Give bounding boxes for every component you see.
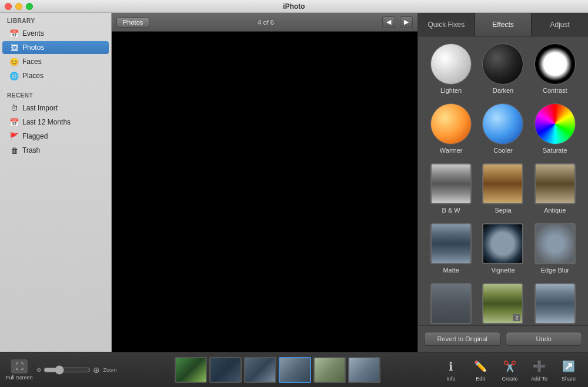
filmstrip-thumb-5-inner <box>315 358 345 382</box>
effect-antique[interactable]: Antique <box>534 163 576 214</box>
effect-boost[interactable]: 2 Boost <box>482 283 523 325</box>
edit-action[interactable]: ✏️ Edit <box>467 358 494 382</box>
effects-row-1: Lighten Darken Contrast <box>425 43 581 94</box>
filmstrip-thumb-4[interactable] <box>279 357 311 383</box>
info-action[interactable]: ℹ Info <box>437 358 465 382</box>
tab-adjust[interactable]: Adjust <box>532 13 588 36</box>
effects-row-5: Fade 2 Boost None <box>425 283 581 325</box>
flagged-icon: 🚩 <box>9 132 19 141</box>
sidebar-item-trash[interactable]: 🗑 Trash <box>2 144 109 157</box>
bottom-bar: ⛶ Full Screen ⊖ ⊕ Zoom <box>0 352 588 387</box>
filmstrip-thumb-1[interactable] <box>175 357 207 383</box>
faces-icon: 😊 <box>9 57 19 66</box>
sidebar-item-faces[interactable]: 😊 Faces <box>2 55 109 68</box>
sidebar-item-places[interactable]: 🌐 Places <box>2 69 109 82</box>
full-screen-button[interactable]: ⛶ Full Screen <box>6 359 33 381</box>
bw-thumb <box>430 163 472 204</box>
close-button[interactable] <box>5 3 12 10</box>
matte-thumb <box>430 223 472 264</box>
filmstrip-thumb-4-inner <box>280 358 310 382</box>
events-icon: 📅 <box>9 29 19 38</box>
bw-label: B & W <box>442 207 460 214</box>
saturate-ball <box>534 103 576 144</box>
sidebar-item-last-import[interactable]: ⏱ Last Import <box>2 102 109 115</box>
sidebar-item-last-12-months[interactable]: 📅 Last 12 Months <box>2 116 109 129</box>
sidebar-item-faces-label: Faces <box>22 58 42 66</box>
effect-fade[interactable]: Fade <box>430 283 472 325</box>
filmstrip-thumb-3[interactable] <box>244 357 276 383</box>
maximize-button[interactable] <box>26 3 33 10</box>
photos-button[interactable]: Photos <box>116 17 149 28</box>
undo-button[interactable]: Undo <box>506 332 583 346</box>
boost-badge: 2 <box>513 314 520 321</box>
last-12-months-icon: 📅 <box>9 117 19 127</box>
create-action[interactable]: ✂️ Create <box>496 358 523 382</box>
tab-effects[interactable]: Effects <box>475 13 532 36</box>
sidebar-item-places-label: Places <box>22 72 44 80</box>
lighten-ball <box>430 43 472 85</box>
revert-to-original-button[interactable]: Revert to Original <box>424 332 501 346</box>
filmstrip-thumb-2[interactable] <box>209 357 242 383</box>
info-icon: ℹ <box>442 358 460 375</box>
bottom-right-tools: ℹ Info ✏️ Edit ✂️ Create ➕ Add To ↗️ Sha… <box>437 358 582 382</box>
full-screen-icon: ⛶ <box>11 359 28 373</box>
effects-row-4: Matte Vignette Edge Blur <box>425 223 581 274</box>
sidebar-item-flagged[interactable]: 🚩 Flagged <box>2 130 109 143</box>
effects-row-3: B & W Sepia Antique <box>425 163 581 214</box>
edit-icon: ✏️ <box>472 358 489 375</box>
sidebar-item-photos[interactable]: 🖼 Photos <box>2 41 109 54</box>
effects-row-2: Warmer Cooler Saturate <box>425 103 581 154</box>
filmstrip-thumb-2-inner <box>211 358 240 382</box>
effect-cooler[interactable]: Cooler <box>482 103 523 154</box>
edge-blur-label: Edge Blur <box>541 267 569 274</box>
cooler-label: Cooler <box>493 147 512 154</box>
next-photo-button[interactable]: ▶ <box>400 16 413 28</box>
effect-saturate[interactable]: Saturate <box>534 103 576 154</box>
photo-toolbar: Photos 4 of 6 ◀ ▶ <box>112 13 417 32</box>
zoom-in-icon: ⊕ <box>93 365 100 375</box>
sidebar-item-events[interactable]: 📅 Events <box>2 27 109 40</box>
share-action[interactable]: ↗️ Share <box>555 358 582 382</box>
effect-lighten[interactable]: Lighten <box>430 43 472 94</box>
effects-panel: Quick Fixes Effects Adjust Lighten Darke… <box>417 13 588 352</box>
effect-bw[interactable]: B & W <box>430 163 472 214</box>
zoom-slider-container: ⊖ ⊕ <box>36 365 100 375</box>
effect-none[interactable]: None <box>534 283 576 325</box>
sidebar-item-events-label: Events <box>22 29 44 38</box>
sepia-label: Sepia <box>495 207 511 214</box>
sidebar: LIBRARY 📅 Events 🖼 Photos 😊 Faces 🌐 Plac… <box>0 13 112 352</box>
lighten-label: Lighten <box>440 87 462 94</box>
matte-label: Matte <box>443 267 459 274</box>
effect-darken[interactable]: Darken <box>482 43 523 94</box>
effect-sepia[interactable]: Sepia <box>482 163 523 214</box>
bottom-left-tools: ⛶ Full Screen ⊖ ⊕ Zoom <box>6 359 118 381</box>
main-container: LIBRARY 📅 Events 🖼 Photos 😊 Faces 🌐 Plac… <box>0 13 588 352</box>
last-import-icon: ⏱ <box>9 103 19 113</box>
traffic-lights <box>5 3 33 10</box>
sidebar-item-flagged-label: Flagged <box>22 132 48 140</box>
zoom-slider[interactable] <box>44 365 91 375</box>
prev-photo-button[interactable]: ◀ <box>382 16 395 28</box>
effect-contrast[interactable]: Contrast <box>534 43 576 94</box>
filmstrip-thumb-5[interactable] <box>313 357 346 383</box>
trash-icon: 🗑 <box>9 146 19 155</box>
sidebar-item-trash-label: Trash <box>22 146 40 154</box>
photos-icon: 🖼 <box>9 43 19 52</box>
sidebar-item-last-12-months-label: Last 12 Months <box>22 118 71 126</box>
effect-warmer[interactable]: Warmer <box>430 103 472 154</box>
window-title: iPhoto <box>283 2 305 11</box>
effects-content: Lighten Darken Contrast Warmer <box>418 36 588 325</box>
effect-edge-blur[interactable]: Edge Blur <box>534 223 576 274</box>
filmstrip-thumb-1-inner <box>176 358 206 382</box>
antique-label: Antique <box>544 207 566 214</box>
tab-quick-fixes[interactable]: Quick Fixes <box>418 13 475 36</box>
minimize-button[interactable] <box>15 3 22 10</box>
share-icon: ↗️ <box>560 358 577 375</box>
filmstrip-thumb-6-inner <box>349 358 379 382</box>
zoom-out-icon: ⊖ <box>36 366 41 373</box>
add-to-action[interactable]: ➕ Add To <box>526 358 553 382</box>
vignette-thumb <box>482 223 523 264</box>
filmstrip-thumb-6[interactable] <box>348 357 380 383</box>
effect-vignette[interactable]: Vignette <box>482 223 523 274</box>
effect-matte[interactable]: Matte <box>430 223 472 274</box>
